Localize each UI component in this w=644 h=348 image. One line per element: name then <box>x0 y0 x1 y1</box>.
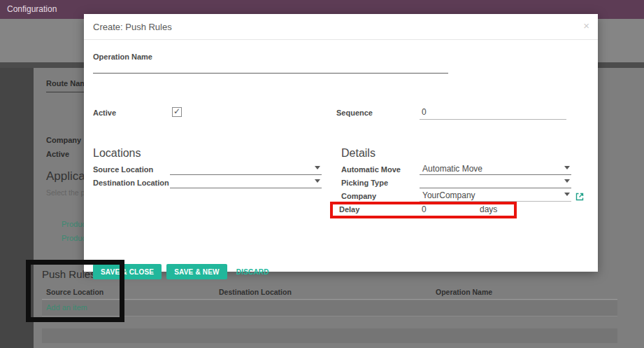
picking-type-select[interactable] <box>420 176 571 188</box>
company-value: YourCompany <box>422 190 475 200</box>
automatic-move-value: Automatic Move <box>422 164 482 174</box>
company-label-bg: Company <box>46 136 81 144</box>
active-label: Active <box>93 109 116 117</box>
locations-heading: Locations <box>93 147 141 160</box>
add-an-item-link[interactable]: Add an item <box>46 303 87 312</box>
sequence-label: Sequence <box>336 109 373 117</box>
company-select[interactable]: YourCompany <box>420 190 571 202</box>
sequence-input[interactable] <box>420 119 566 120</box>
delay-unit: days <box>480 204 497 214</box>
create-push-rules-modal: Create: Push Rules × Operation Name Acti… <box>84 14 598 272</box>
sequence-value: 0 <box>422 107 427 117</box>
push-rules-add-row: Add an item <box>42 300 617 316</box>
chevron-down-icon <box>564 179 570 183</box>
discard-button[interactable]: DISCARD <box>236 268 269 276</box>
external-link-icon[interactable] <box>575 191 584 204</box>
chevron-down-icon <box>315 166 320 169</box>
automatic-move-label: Automatic Move <box>341 165 401 174</box>
active-label-bg: Active <box>46 150 69 158</box>
push-rules-table-header: Source Location Destination Location Ope… <box>42 284 617 300</box>
screen: Configuration Route Name Company Active … <box>0 0 644 348</box>
chevron-down-icon <box>564 193 570 196</box>
col-destination-location: Destination Location <box>219 288 292 296</box>
automatic-move-select[interactable]: Automatic Move <box>420 163 571 175</box>
source-location-label: Source Location <box>93 165 153 174</box>
save-and-close-button[interactable]: SAVE & CLOSE <box>93 264 162 279</box>
active-checkbox[interactable]: ✓ <box>172 107 182 117</box>
picking-type-label: Picking Type <box>341 179 388 187</box>
destination-location-label: Destination Location <box>93 179 169 187</box>
modal-title: Create: Push Rules <box>93 22 172 32</box>
sheet-bottom-band <box>42 328 617 343</box>
operation-name-label: Operation Name <box>93 53 152 61</box>
save-and-new-button[interactable]: SAVE & NEW <box>166 264 227 279</box>
col-operation-name: Operation Name <box>436 288 492 296</box>
source-location-select[interactable] <box>170 163 322 175</box>
col-source-location: Source Location <box>46 288 103 296</box>
operation-name-input[interactable] <box>93 73 448 74</box>
company-label: Company <box>341 192 376 200</box>
modal-header: Create: Push Rules × <box>84 14 598 40</box>
checkmark-icon: ✓ <box>173 106 180 116</box>
delay-label: Delay <box>339 205 359 214</box>
chevron-down-icon <box>315 179 320 183</box>
destination-location-select[interactable] <box>170 176 322 188</box>
close-icon[interactable]: × <box>583 20 589 31</box>
details-heading: Details <box>341 147 375 160</box>
modal-footer: SAVE & CLOSE SAVE & NEW DISCARD <box>93 263 269 280</box>
chevron-down-icon <box>564 166 570 169</box>
menu-configuration[interactable]: Configuration <box>7 0 57 19</box>
delay-value[interactable]: 0 <box>422 204 427 214</box>
